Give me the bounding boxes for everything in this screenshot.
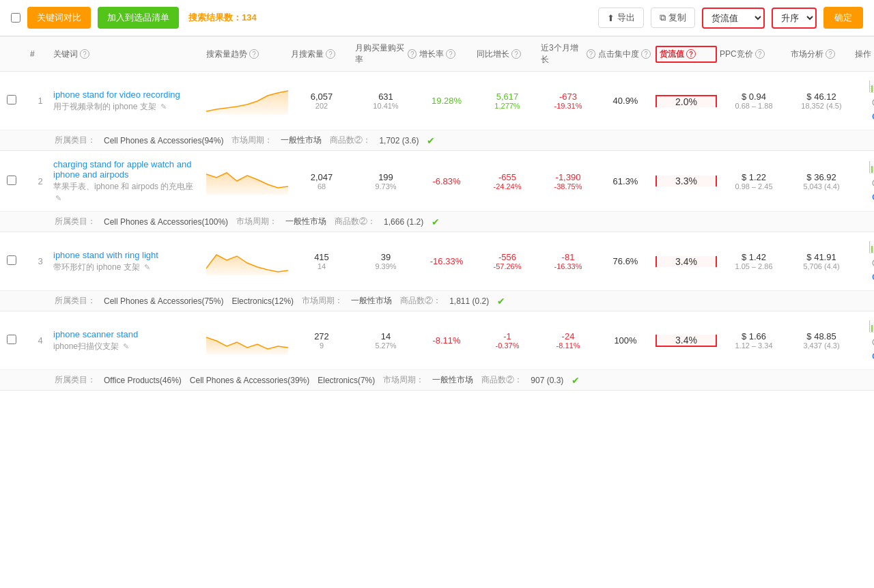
row3-keyword-en[interactable]: iphone stand with ring light (53, 250, 203, 260)
th-three-month: 近3个月增长 ? (541, 42, 595, 66)
trend-help-icon[interactable]: ? (249, 49, 259, 59)
row1-market: $ 46.12 18,352 (4.5) (791, 92, 852, 110)
row3-actions: 📊 ⊙ G (855, 240, 874, 282)
row3-sub-row: 所属类目： Cell Phones & Accessories(75%) Ele… (0, 290, 874, 311)
th-flow-value: 货流值 ? (656, 46, 717, 63)
row4-checkbox[interactable] (7, 335, 27, 346)
add-to-list-button[interactable]: 加入到选品清单 (98, 7, 179, 29)
row1-edit-icon[interactable]: ✎ (160, 102, 167, 111)
export-button[interactable]: ⬆ 导出 (598, 8, 644, 28)
row2-keyword-zh: 苹果手表、iphone 和 airpods 的充电座 (53, 181, 203, 193)
row4-num: 4 (30, 335, 51, 346)
row2-keyword: charging stand for apple watch and iphon… (53, 159, 203, 203)
row4-more-icon[interactable]: ⊙ (871, 335, 875, 348)
th-click-concentration: 点击集中度 ? (598, 48, 653, 60)
toolbar-right: ⬆ 导出 ⧉ 复制 货流值 月搜索量 月购买量 增长率 同比增长 升序 降序 确… (598, 7, 863, 29)
row2-click-concentration: 61.3% (598, 176, 653, 186)
row3-checkbox[interactable] (7, 255, 27, 267)
keyword-help-icon[interactable]: ? (80, 49, 89, 59)
search-count-label: 搜索结果数：134 (188, 12, 257, 24)
market-help-icon[interactable]: ? (826, 49, 835, 59)
click-help-icon[interactable]: ? (641, 49, 651, 59)
row1-keyword: iphone stand for video recording 用于视频录制的… (53, 89, 203, 113)
row1-bar-chart-icon[interactable]: 📊 (869, 80, 874, 93)
ppc-help-icon[interactable]: ? (755, 49, 765, 59)
compare-button[interactable]: 关键词对比 (27, 7, 91, 29)
growth-help-icon[interactable]: ? (446, 49, 455, 59)
row4-bar-chart-icon[interactable]: 📊 (869, 320, 874, 333)
row4-three-month: -24 -8.11% (541, 331, 595, 350)
th-yoy: 同比增长 ? (477, 48, 538, 60)
sort-order-select[interactable]: 升序 降序 (772, 8, 817, 29)
row2-verified-icon: ✔ (432, 216, 440, 227)
row2-bar-chart-icon[interactable]: 📊 (869, 160, 874, 173)
th-monthly-purchase: 月购买量购买率 ? (355, 42, 417, 66)
row4-monthly-search: 272 9 (291, 331, 352, 350)
row3-trend (206, 248, 288, 275)
row2-monthly-search: 2,047 68 (291, 172, 352, 191)
copy-button[interactable]: ⧉ 复制 (651, 8, 695, 28)
row3-keyword: iphone stand with ring light 带环形灯的 iphon… (53, 250, 203, 273)
row4-click-concentration: 100% (598, 335, 653, 346)
row2-sub-row: 所属类目： Cell Phones & Accessories(100%) 市场… (0, 211, 874, 232)
row4-yoy: -1 -0.37% (477, 331, 538, 350)
row4-keyword: iphone scanner stand iphone扫描仪支架 ✎ (53, 329, 203, 352)
flow-help-icon[interactable]: ? (686, 49, 696, 59)
main-row-1: 1 iphone stand for video recording 用于视频录… (0, 72, 874, 130)
row1-yoy: 5,617 1,277% (477, 92, 538, 110)
row3-monthly-search: 415 14 (291, 252, 352, 270)
row1-num: 1 (30, 96, 51, 106)
row4-keyword-zh: iphone扫描仪支架 ✎ (53, 341, 203, 352)
main-row-2: 2 charging stand for apple watch and iph… (0, 151, 874, 211)
row2-market: $ 36.92 5,043 (4.4) (791, 172, 852, 191)
row4-actions: 📊 ⊙ G (855, 320, 874, 361)
main-row-3: 3 iphone stand with ring light 带环形灯的 iph… (0, 232, 874, 290)
row1-ppc: $ 0.94 0.68 – 1.88 (720, 92, 788, 110)
row4-edit-icon[interactable]: ✎ (123, 342, 129, 350)
row2-edit-icon[interactable]: ✎ (55, 194, 203, 203)
th-operations: 操作 (855, 48, 874, 60)
yoy-help-icon[interactable]: ? (511, 49, 521, 59)
monthly-search-help-icon[interactable]: ? (326, 49, 335, 59)
row2-more-icon[interactable]: ⊙ (871, 176, 875, 189)
table-row: 2 charging stand for apple watch and iph… (0, 151, 874, 232)
copy-icon: ⧉ (660, 12, 666, 23)
select-all-checkbox[interactable] (11, 13, 20, 23)
row2-keyword-en[interactable]: charging stand for apple watch and iphon… (53, 159, 203, 180)
row2-monthly-purchase: 199 9.73% (355, 172, 417, 191)
row1-trend (206, 87, 288, 115)
row2-three-month: -1,390 -38.75% (541, 172, 595, 191)
row1-flow-value: 2.0% (656, 95, 717, 107)
table-row: 4 iphone scanner stand iphone扫描仪支架 ✎ 272… (0, 311, 874, 391)
row3-click-concentration: 76.6% (598, 256, 653, 266)
row3-bar-chart-icon[interactable]: 📊 (869, 240, 874, 253)
monthly-purchase-help-icon[interactable]: ? (408, 49, 417, 59)
row1-more-icon[interactable]: ⊙ (871, 96, 875, 109)
row2-flow-value: 3.3% (656, 176, 717, 186)
row3-keyword-zh: 带环形灯的 iphone 支架 ✎ (53, 262, 203, 273)
row4-ppc: $ 1.66 1.12 – 3.34 (720, 331, 788, 350)
row1-keyword-en[interactable]: iphone stand for video recording (53, 89, 203, 100)
row2-actions: 📊 ⊙ G (855, 160, 874, 202)
row3-edit-icon[interactable]: ✎ (144, 263, 150, 271)
row4-keyword-en[interactable]: iphone scanner stand (53, 329, 203, 339)
confirm-button[interactable]: 确定 (823, 7, 863, 29)
row3-flow-value: 3.4% (656, 256, 717, 267)
row3-yoy: -556 -57.26% (477, 252, 538, 270)
row1-three-month: -673 -19.31% (541, 92, 595, 110)
row1-checkbox[interactable] (7, 95, 27, 107)
th-monthly-search: 月搜索量 ? (291, 48, 352, 60)
three-month-help-icon[interactable]: ? (587, 49, 595, 59)
row1-keyword-zh: 用于视频录制的 iphone 支架 ✎ (53, 101, 203, 113)
row2-checkbox[interactable] (7, 176, 27, 187)
th-trend: 搜索量趋势 ? (206, 48, 288, 60)
row4-market: $ 48.85 3,437 (4.3) (791, 331, 852, 350)
row1-click-concentration: 40.9% (598, 96, 653, 106)
sort-select[interactable]: 货流值 月搜索量 月购买量 增长率 同比增长 (702, 8, 765, 29)
row4-verified-icon: ✔ (572, 375, 580, 386)
th-ppc: PPC竞价 ? (720, 48, 788, 60)
row3-more-icon[interactable]: ⊙ (871, 256, 875, 269)
table-container: # 关键词 ? 搜索量趋势 ? 月搜索量 ? 月购买量购买率 ? 增长率 ? 同… (0, 36, 874, 391)
row3-monthly-purchase: 39 9.39% (355, 252, 417, 270)
export-icon: ⬆ (607, 13, 615, 23)
